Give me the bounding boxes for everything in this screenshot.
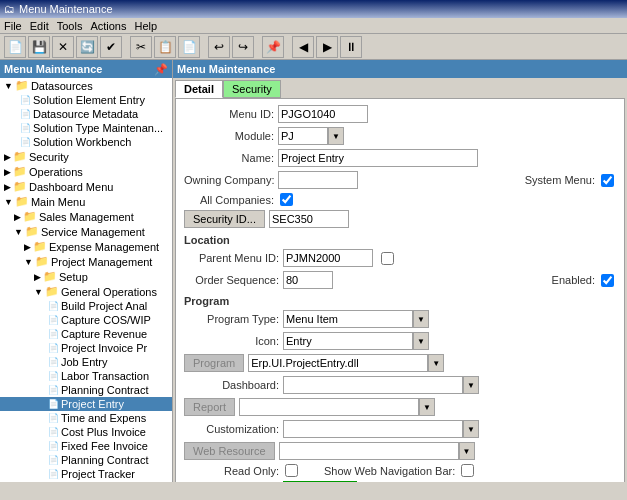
menu-id-input[interactable] [278,105,368,123]
toolbar-refresh[interactable]: 🔄 [76,36,98,58]
show-web-nav-checkbox[interactable] [461,464,474,477]
sidebar-item-datasource-meta[interactable]: 📄 Datasource Metadata [0,107,172,121]
parent-menu-id-input[interactable] [283,249,373,267]
sidebar-item-expense[interactable]: ▶ 📁 Expense Management [0,239,172,254]
sidebar-item-capture-cos[interactable]: 📄 Capture COS/WIP [0,313,172,327]
owning-company-input[interactable] [278,171,358,189]
toolbar-pin[interactable]: 📌 [262,36,284,58]
tab-detail[interactable]: Detail [175,80,223,98]
security-id-button[interactable]: Security ID... [184,210,265,228]
sidebar-item-progress-pay[interactable]: 📄 Progress Payment [0,481,172,482]
sidebar-item-planning2[interactable]: 📄 Planning Contract [0,453,172,467]
customization-dropdown[interactable]: ▼ [463,420,479,438]
report-dropdown[interactable]: ▼ [419,398,435,416]
sidebar-item-cost-plus[interactable]: 📄 Cost Plus Invoice [0,425,172,439]
toolbar-back[interactable]: ◀ [292,36,314,58]
menu-edit[interactable]: Edit [30,20,49,32]
doc-icon: 📄 [48,329,59,339]
toolbar-stop[interactable]: ⏸ [340,36,362,58]
toolbar-new[interactable]: 📄 [4,36,26,58]
program-type-dropdown[interactable]: ▼ [413,310,429,328]
order-sequence-label: Order Sequence: [184,274,279,286]
toolbar-save[interactable]: 💾 [28,36,50,58]
sidebar-item-security[interactable]: ▶ 📁 Security [0,149,172,164]
sidebar-item-project-entry[interactable]: 📄 Project Entry [0,397,172,411]
sidebar-title: Menu Maintenance [4,63,102,75]
sidebar-item-fixed-fee[interactable]: 📄 Fixed Fee Invoice [0,439,172,453]
sidebar-item-general-ops[interactable]: ▼ 📁 General Operations [0,284,172,299]
web-resource-dropdown[interactable]: ▼ [459,442,475,460]
toolbar-validate[interactable]: ✔ [100,36,122,58]
sidebar-item-setup[interactable]: ▶ 📁 Setup [0,269,172,284]
order-sequence-input[interactable] [283,271,333,289]
sidebar-item-label: Main Menu [31,196,85,208]
enabled-label: Enabled: [552,274,595,286]
security-id-input[interactable] [269,210,349,228]
read-only-checkbox[interactable] [285,464,298,477]
sidebar-item-job-entry[interactable]: 📄 Job Entry [0,355,172,369]
name-row: Name: [184,149,616,167]
menu-actions[interactable]: Actions [90,20,126,32]
module-dropdown-btn[interactable]: ▼ [328,127,344,145]
toolbar-copy[interactable]: 📋 [154,36,176,58]
customization-input[interactable] [283,420,463,438]
toolbar-delete[interactable]: ✕ [52,36,74,58]
sidebar-item-solution-type[interactable]: 📄 Solution Type Maintenan... [0,121,172,135]
report-input[interactable] [239,398,419,416]
menu-file[interactable]: File [4,20,22,32]
enabled-checkbox[interactable] [601,274,614,287]
show-web-nav-label: Show Web Navigation Bar: [324,465,455,477]
toolbar-redo[interactable]: ↪ [232,36,254,58]
program-input[interactable] [248,354,428,372]
sidebar-item-capture-rev[interactable]: 📄 Capture Revenue [0,327,172,341]
icon-field: ▼ [283,332,429,350]
sidebar-item-time-expens[interactable]: 📄 Time and Expens [0,411,172,425]
owning-company-label: Owning Company: [184,174,274,186]
program-dropdown[interactable]: ▼ [428,354,444,372]
tab-security[interactable]: Security [223,80,281,98]
folder-icon: 📁 [33,240,47,253]
sidebar-item-service[interactable]: ▼ 📁 Service Management [0,224,172,239]
system-menu-checkbox[interactable] [601,174,614,187]
parent-enabled-checkbox[interactable] [381,252,394,265]
sidebar-item-solution-workbench[interactable]: 📄 Solution Workbench [0,135,172,149]
sidebar-item-solution-element[interactable]: 📄 Solution Element Entry [0,93,172,107]
dashboard-input[interactable] [283,376,463,394]
web-resource-input[interactable] [279,442,459,460]
program-type-input[interactable] [283,310,413,328]
dashboard-label: Dashboard: [184,379,279,391]
dashboard-dropdown[interactable]: ▼ [463,376,479,394]
sidebar-item-main-menu[interactable]: ▼ 📁 Main Menu [0,194,172,209]
doc-icon: 📄 [20,95,31,105]
name-input[interactable] [278,149,478,167]
sidebar-item-project-tracker[interactable]: 📄 Project Tracker [0,467,172,481]
sidebar-item-sales[interactable]: ▶ 📁 Sales Management [0,209,172,224]
sidebar-item-dashboard[interactable]: ▶ 📁 Dashboard Menu [0,179,172,194]
doc-icon: 📄 [48,385,59,395]
sidebar-item-datasources[interactable]: ▼ 📁 Datasources [0,78,172,93]
toolbar-undo[interactable]: ↩ [208,36,230,58]
toolbar-forward[interactable]: ▶ [316,36,338,58]
program-type-field: ▼ [283,310,429,328]
sidebar-item-label: Datasource Metadata [33,108,138,120]
sidebar-item-proj-invoice[interactable]: 📄 Project Invoice Pr [0,341,172,355]
doc-icon: 📄 [48,441,59,451]
sidebar-item-project-mgmt[interactable]: ▼ 📁 Project Management [0,254,172,269]
sidebar-item-label: Project Management [51,256,153,268]
all-companies-checkbox[interactable] [280,193,293,206]
sidebar-item-operations[interactable]: ▶ 📁 Operations [0,164,172,179]
module-row: Module: ▼ [184,127,616,145]
menu-tools[interactable]: Tools [57,20,83,32]
sidebar-item-labor-trans[interactable]: 📄 Labor Transaction [0,369,172,383]
sidebar-pin-icon[interactable]: 📌 [154,63,168,76]
sidebar-item-build-proj[interactable]: 📄 Build Project Anal [0,299,172,313]
sidebar-item-label: Planning Contract [61,454,148,466]
menu-bar: File Edit Tools Actions Help [0,18,627,34]
sidebar-item-planning-contract[interactable]: 📄 Planning Contract [0,383,172,397]
toolbar-cut[interactable]: ✂ [130,36,152,58]
icon-input[interactable] [283,332,413,350]
module-input[interactable] [278,127,328,145]
menu-help[interactable]: Help [134,20,157,32]
toolbar-paste[interactable]: 📄 [178,36,200,58]
icon-dropdown[interactable]: ▼ [413,332,429,350]
